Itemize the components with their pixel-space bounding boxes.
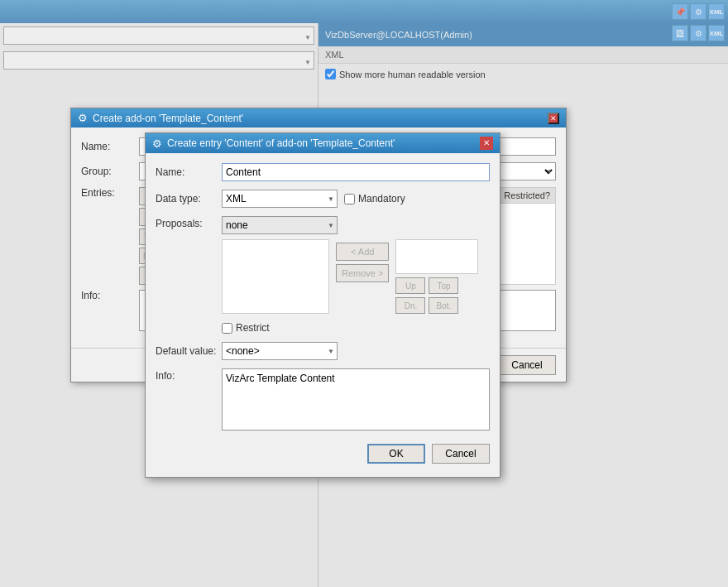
inner-datatype-wrapper: XML (222, 190, 338, 208)
mandatory-row: Mandatory (344, 193, 405, 204)
inner-name-input[interactable] (222, 163, 490, 181)
proposals-boxes: < Add Remove > Up Top Dn. Bot. (222, 239, 478, 314)
restrict-label: Restrict (236, 322, 270, 334)
proposals-up-button[interactable]: Up (395, 277, 425, 294)
add-proposal-button[interactable]: < Add (336, 243, 389, 261)
inner-datatype-select[interactable]: XML (222, 190, 338, 208)
proposals-left-list (222, 239, 329, 314)
proposals-select-wrapper: none (222, 216, 338, 234)
proposals-right-area: Up Top Dn. Bot. (395, 239, 478, 314)
inner-cancel-button[interactable]: Cancel (432, 444, 490, 464)
mandatory-checkbox[interactable] (344, 194, 355, 204)
inner-info-label: Info: (156, 368, 222, 431)
default-value-wrapper: <none> (222, 342, 338, 360)
outer-dialog-window-controls: ✕ (548, 113, 559, 124)
inner-dialog-buttons: OK Cancel (156, 440, 490, 467)
inner-dialog-body: Name: Data type: XML Mandatory Proposals… (146, 153, 500, 477)
inner-dialog-title: ⚙ Create entry 'Content' of add-on 'Temp… (146, 133, 500, 153)
inner-name-row: Name: (156, 163, 490, 181)
inner-dialog-gear-icon: ⚙ (152, 137, 162, 150)
inner-ok-button[interactable]: OK (367, 444, 425, 464)
inner-datatype-row: Data type: XML Mandatory (156, 190, 490, 208)
remove-proposal-button[interactable]: Remove > (336, 264, 389, 282)
inner-datatype-label: Data type: (156, 193, 222, 204)
inner-dialog: ⚙ Create entry 'Content' of add-on 'Temp… (145, 132, 500, 478)
inner-info-textarea[interactable] (222, 368, 490, 431)
restricted-header: Restricted? (500, 190, 553, 201)
inner-dialog-close-btn[interactable]: ✕ (480, 137, 493, 150)
default-value-label: Default value: (156, 345, 222, 357)
outer-dialog-gear-icon: ⚙ (78, 112, 88, 124)
default-value-row: Default value: <none> (156, 342, 490, 360)
proposals-nav-row1: Up Top (395, 277, 478, 294)
inner-info-row: Info: (156, 368, 490, 431)
outer-dialog-title: ⚙ Create add-on 'Template_Content' ✕ (71, 108, 566, 128)
restrict-checkbox[interactable] (222, 323, 232, 334)
outer-info-label: Info: (81, 290, 139, 301)
proposals-top-button[interactable]: Top (429, 277, 458, 294)
proposals-select[interactable]: none (222, 216, 338, 234)
entries-label: Entries: (81, 187, 139, 285)
inner-proposals-label: Proposals: (156, 216, 222, 229)
inner-proposals-row: Proposals: none < Add Remove > (156, 216, 490, 314)
inner-dialog-title-left: ⚙ Create entry 'Content' of add-on 'Temp… (152, 137, 395, 150)
proposals-bot-button[interactable]: Bot. (429, 297, 458, 314)
outer-dialog-title-left: ⚙ Create add-on 'Template_Content' (78, 112, 243, 124)
restrict-row: Restrict (222, 322, 490, 334)
inner-name-label: Name: (156, 166, 222, 178)
outer-name-label: Name: (81, 141, 139, 152)
outer-dialog-close-btn[interactable]: ✕ (548, 113, 559, 124)
proposals-nav-row2: Dn. Bot. (395, 297, 478, 314)
outer-group-label: Group: (81, 166, 139, 177)
outer-cancel-button[interactable]: Cancel (498, 355, 556, 375)
default-value-select[interactable]: <none> (222, 342, 338, 360)
proposals-content: none < Add Remove > Up Top (222, 216, 478, 314)
proposals-dn-button[interactable]: Dn. (395, 297, 425, 314)
outer-dialog-title-text: Create add-on 'Template_Content' (93, 113, 243, 124)
mandatory-label: Mandatory (358, 193, 405, 204)
proposals-right-list (395, 239, 478, 274)
proposals-middle-buttons: < Add Remove > (336, 239, 389, 314)
inner-dialog-title-text: Create entry 'Content' of add-on 'Templa… (167, 137, 395, 149)
